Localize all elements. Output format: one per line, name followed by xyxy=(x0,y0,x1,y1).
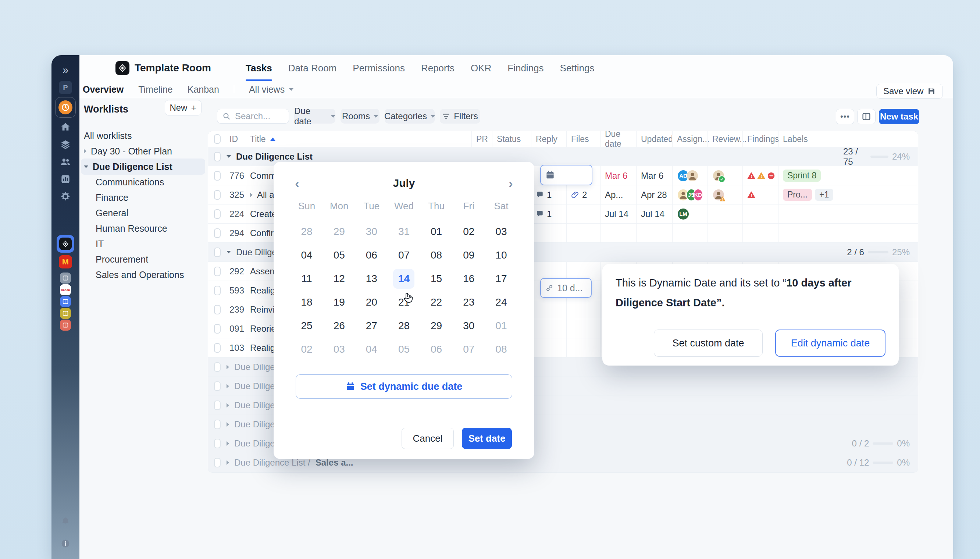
calendar-day[interactable]: 23 xyxy=(453,291,485,314)
row-checkbox[interactable] xyxy=(214,228,221,238)
people-icon[interactable] xyxy=(60,157,71,167)
reports-icon[interactable] xyxy=(61,174,70,184)
col-files[interactable]: Files xyxy=(566,131,600,147)
row-checkbox[interactable] xyxy=(214,439,221,448)
reviewer-avatar[interactable] xyxy=(712,170,725,182)
workspace-badge[interactable]: P xyxy=(59,81,72,94)
col-pr[interactable]: PR xyxy=(471,131,492,147)
layout-columns-button[interactable] xyxy=(857,109,876,124)
row-checkbox[interactable] xyxy=(214,362,221,372)
calendar-day[interactable]: 19 xyxy=(323,291,355,314)
calendar-day[interactable]: 22 xyxy=(420,291,453,314)
sidebar-item-day30[interactable]: Day 30 - Other Plan xyxy=(84,144,172,159)
row-checkbox[interactable] xyxy=(214,171,221,180)
chevron-right-icon[interactable] xyxy=(226,460,229,465)
chevron-right-icon[interactable] xyxy=(226,365,229,369)
calendar-day[interactable]: 29 xyxy=(420,314,453,337)
due-date-value[interactable]: Jul 14 xyxy=(605,209,628,219)
set-custom-date-button[interactable]: Set custom date xyxy=(654,329,763,357)
tab-reports[interactable]: Reports xyxy=(421,55,454,81)
row-checkbox[interactable] xyxy=(214,458,221,467)
calendar-day[interactable]: 07 xyxy=(388,243,420,267)
sidebar-item-finance[interactable]: Finance xyxy=(96,190,128,205)
tab-permissions[interactable]: Permissions xyxy=(353,55,405,81)
settings-gear-icon[interactable] xyxy=(60,192,71,202)
calendar-day[interactable]: 25 xyxy=(291,314,323,337)
calendar-day[interactable]: 28 xyxy=(291,220,323,243)
calendar-day[interactable]: 05 xyxy=(323,243,355,267)
info-icon[interactable] xyxy=(61,539,70,548)
dynamic-date-input[interactable]: 10 d... xyxy=(540,278,592,298)
chevron-right-icon[interactable] xyxy=(226,422,229,427)
room-icon-blue[interactable] xyxy=(60,296,71,307)
col-assignees[interactable]: Assign... xyxy=(672,131,707,147)
tab-findings[interactable]: Findings xyxy=(507,55,544,81)
layers-icon[interactable] xyxy=(60,139,71,150)
col-updated[interactable]: Updated xyxy=(636,131,672,147)
warning-triangle-icon[interactable] xyxy=(757,172,765,180)
next-month-button[interactable]: › xyxy=(500,175,522,191)
calendar-day[interactable]: 29 xyxy=(323,220,355,243)
calendar-day[interactable]: 31 xyxy=(388,220,420,243)
calendar-day[interactable]: 05 xyxy=(388,337,420,361)
calendar-day[interactable]: 13 xyxy=(355,267,388,291)
calendar-day[interactable]: 10 xyxy=(485,243,517,267)
calendar-day[interactable]: 01 xyxy=(420,220,453,243)
calendar-day[interactable]: 18 xyxy=(291,291,323,314)
calendar-day[interactable]: 15 xyxy=(420,267,453,291)
sidebar-item-it[interactable]: IT xyxy=(96,236,104,251)
room-icon-gray[interactable] xyxy=(60,273,71,284)
row-checkbox[interactable] xyxy=(214,286,221,295)
warning-triangle-icon[interactable] xyxy=(747,172,755,180)
calendar-day[interactable]: 01 xyxy=(485,314,517,337)
calendar-day[interactable]: 11 xyxy=(291,267,323,291)
reviewer-avatar[interactable] xyxy=(712,189,725,201)
cancel-button[interactable]: Cancel xyxy=(402,428,454,449)
row-checkbox[interactable] xyxy=(214,190,221,200)
col-status[interactable]: Status xyxy=(492,131,531,147)
assignee-avatar[interactable] xyxy=(686,170,699,182)
label-chip[interactable]: +1 xyxy=(815,189,833,201)
room-icon-yellow[interactable] xyxy=(60,308,71,319)
row-checkbox[interactable] xyxy=(214,400,221,410)
set-date-button[interactable]: Set date xyxy=(462,428,512,449)
calendar-day[interactable]: 08 xyxy=(485,337,517,361)
row-checkbox[interactable] xyxy=(214,324,221,334)
col-title[interactable]: Title xyxy=(246,131,471,147)
calendar-day[interactable]: 16 xyxy=(453,267,485,291)
row-checkbox[interactable] xyxy=(214,305,221,314)
chevron-right-icon[interactable] xyxy=(226,403,229,407)
row-checkbox[interactable] xyxy=(214,343,221,353)
col-findings[interactable]: Findings xyxy=(742,131,778,147)
col-labels[interactable]: Labels xyxy=(778,131,839,147)
set-dynamic-due-date-button[interactable]: Set dynamic due date xyxy=(296,374,512,399)
col-reviewers[interactable]: Review... xyxy=(707,131,742,147)
calendar-day[interactable]: 08 xyxy=(420,243,453,267)
tab-data-room[interactable]: Data Room xyxy=(288,55,337,81)
row-checkbox[interactable] xyxy=(214,209,221,219)
expand-sidebar-icon[interactable]: » xyxy=(63,64,69,76)
chevron-down-icon[interactable] xyxy=(226,155,231,158)
sidebar-item-due-diligence-list[interactable]: Due Diligence List xyxy=(84,159,172,174)
col-reply[interactable]: Reply xyxy=(531,131,566,147)
home-icon[interactable] xyxy=(61,122,71,132)
calendar-day[interactable]: 27 xyxy=(355,314,388,337)
row-checkbox[interactable] xyxy=(214,381,221,391)
tab-overview[interactable]: Overview xyxy=(83,84,124,95)
notifications-bell-icon[interactable] xyxy=(61,517,70,526)
views-dropdown[interactable]: All views xyxy=(249,84,293,95)
paperclip-icon[interactable] xyxy=(571,191,579,199)
room-icon-canon[interactable]: Canon xyxy=(60,284,71,295)
tab-settings[interactable]: Settings xyxy=(560,55,595,81)
col-due-date[interactable]: Due date xyxy=(600,131,636,147)
calendar-day[interactable]: 04 xyxy=(291,243,323,267)
sidebar-item-sales-operations[interactable]: Sales and Operations xyxy=(96,267,184,283)
assignee-avatar[interactable]: LM xyxy=(677,208,689,220)
warning-triangle-icon[interactable] xyxy=(747,191,755,199)
save-view-button[interactable]: Save view xyxy=(876,84,943,99)
calendar-day[interactable]: 17 xyxy=(485,267,517,291)
calendar-day[interactable]: 12 xyxy=(323,267,355,291)
sidebar-item-procurement[interactable]: Procurement xyxy=(96,251,148,267)
chevron-right-icon[interactable] xyxy=(226,384,229,389)
more-options-button[interactable]: ••• xyxy=(836,109,854,124)
